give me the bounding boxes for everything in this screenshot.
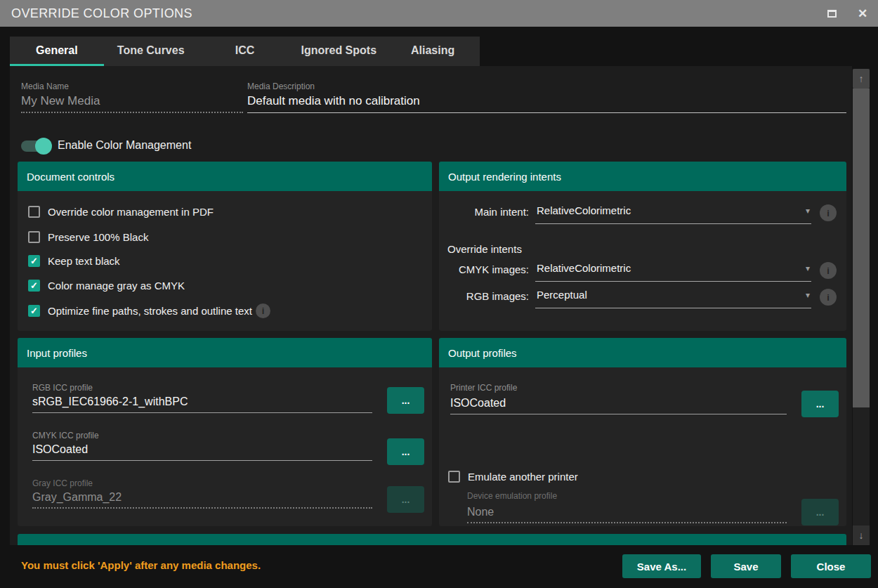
output-rendering-intents-header: Output rendering intents [439, 162, 846, 191]
output-profiles-body: Printer ICC profile ISOCoated ... Emulat… [439, 367, 846, 526]
document-controls-panel: Document controls Override color managem… [18, 162, 432, 331]
cmyk-icc-browse-button[interactable]: ... [387, 438, 424, 465]
override-intents-label: Override intents [447, 243, 522, 255]
enable-color-management-toggle[interactable] [21, 141, 51, 152]
rgb-images-dropdown[interactable]: Perceptual ▾ [535, 289, 811, 308]
printer-icc-profile-label: Printer ICC profile [450, 383, 517, 393]
toggle-knob-icon [35, 138, 52, 155]
chevron-down-icon: ▾ [806, 206, 810, 216]
rgb-images-value: Perceptual [535, 289, 587, 301]
cmyk-images-label: CMYK images: [447, 262, 535, 275]
rgb-icc-profile-value[interactable]: sRGB_IEC61966-2-1_withBPC [32, 396, 372, 413]
document-controls-header: Document controls [18, 162, 432, 191]
vertical-scrollbar[interactable]: ↑ ↓ [853, 69, 870, 545]
media-description-input[interactable]: Default media with no calibration [247, 94, 846, 113]
tab-bar: General Tone Curves ICC Ignored Spots Al… [10, 37, 480, 66]
next-section-header-clipped [18, 534, 846, 545]
main-intent-label: Main intent: [447, 204, 535, 218]
gray-icc-browse-button: ... [387, 486, 424, 513]
maximize-button[interactable] [816, 0, 847, 27]
apply-warning-text: You must click 'Apply' after any media c… [21, 559, 261, 571]
titlebar: OVERRIDE COLOR OPTIONS ✕ [0, 0, 878, 27]
device-emulation-browse-button: ... [801, 499, 839, 525]
info-icon[interactable]: i [820, 204, 837, 221]
tab-general[interactable]: General [10, 37, 104, 66]
media-description-label: Media Description [247, 81, 315, 91]
gray-icc-profile-value: Gray_Gamma_22 [32, 491, 372, 509]
media-name-label: Media Name [21, 81, 69, 91]
checkbox-preserve-100-black[interactable]: Preserve 100% Black [28, 229, 148, 244]
checkbox-unchecked-icon [448, 471, 460, 483]
tab-icc[interactable]: ICC [198, 37, 292, 66]
printer-icc-browse-button[interactable]: ... [801, 391, 839, 417]
rgb-images-row: RGB images: Perceptual ▾ i [447, 289, 837, 308]
close-window-button[interactable]: ✕ [847, 0, 878, 27]
printer-icc-profile-value[interactable]: ISOCoated [450, 397, 787, 414]
output-rendering-intents-panel: Output rendering intents Main intent: Re… [439, 162, 846, 331]
checkbox-unchecked-icon [28, 231, 40, 243]
checkbox-label: Keep text black [48, 255, 120, 267]
cmyk-images-row: CMYK images: RelativeColorimetric ▾ i [447, 262, 837, 282]
rgb-icc-profile-label: RGB ICC profile [32, 383, 93, 393]
window-title: OVERRIDE COLOR OPTIONS [0, 6, 192, 21]
media-name-input[interactable]: My New Media [21, 94, 243, 113]
close-icon: ✕ [858, 6, 867, 21]
checkbox-checked-icon: ✓ [28, 255, 40, 267]
tab-tone-curves[interactable]: Tone Curves [104, 37, 198, 66]
save-as-button[interactable]: Save As... [622, 554, 701, 578]
info-icon[interactable]: i [256, 303, 270, 318]
input-profiles-panel: Input profiles RGB ICC profile sRGB_IEC6… [18, 338, 432, 526]
output-profiles-panel: Output profiles Printer ICC profile ISOC… [439, 338, 846, 526]
gray-icc-profile-label: Gray ICC profile [32, 478, 93, 488]
input-profiles-body: RGB ICC profile sRGB_IEC61966-2-1_withBP… [18, 367, 432, 526]
document-controls-body: Override color management in PDF Preserv… [18, 191, 432, 331]
save-button[interactable]: Save [711, 554, 781, 578]
enable-color-management-label: Enable Color Management [58, 139, 191, 152]
input-profiles-header: Input profiles [18, 338, 432, 367]
main-intent-row: Main intent: RelativeColorimetric ▾ i [447, 204, 837, 224]
output-rendering-intents-body: Main intent: RelativeColorimetric ▾ i Ov… [439, 191, 846, 331]
main-intent-dropdown[interactable]: RelativeColorimetric ▾ [535, 204, 811, 224]
scroll-up-icon: ↑ [859, 73, 864, 84]
device-emulation-profile-label: Device emulation profile [467, 491, 557, 501]
close-button[interactable]: Close [791, 554, 871, 578]
checkbox-emulate-another-printer[interactable]: Emulate another printer [448, 469, 578, 484]
device-emulation-profile-value: None [467, 506, 787, 523]
window-controls: ✕ [816, 0, 878, 27]
checkbox-unchecked-icon [28, 206, 40, 218]
chevron-down-icon: ▾ [806, 263, 810, 273]
checkbox-label: Preserve 100% Black [48, 231, 148, 243]
scroll-down-icon: ↓ [859, 530, 864, 541]
scrollbar-thumb[interactable] [853, 89, 870, 407]
checkbox-override-color-management-pdf[interactable]: Override color management in PDF [28, 204, 214, 219]
override-color-options-dialog: OVERRIDE COLOR OPTIONS ✕ General Tone Cu… [0, 0, 878, 588]
checkbox-label: Emulate another printer [468, 471, 578, 483]
checkbox-label: Override color management in PDF [48, 206, 214, 218]
info-icon[interactable]: i [820, 289, 837, 306]
cmyk-images-value: RelativeColorimetric [535, 262, 631, 274]
tab-ignored-spots[interactable]: Ignored Spots [291, 37, 386, 66]
rgb-icc-browse-button[interactable]: ... [387, 387, 424, 414]
checkbox-checked-icon: ✓ [28, 280, 40, 292]
tab-aliasing[interactable]: Aliasing [386, 37, 480, 66]
scroll-down-button[interactable]: ↓ [853, 525, 870, 545]
output-profiles-header: Output profiles [439, 338, 846, 367]
info-icon[interactable]: i [820, 262, 837, 279]
cmyk-images-dropdown[interactable]: RelativeColorimetric ▾ [535, 262, 811, 282]
chevron-down-icon: ▾ [806, 290, 810, 300]
main-intent-value: RelativeColorimetric [535, 204, 631, 216]
checkbox-label: Color manage gray as CMYK [48, 280, 185, 292]
checkbox-checked-icon: ✓ [28, 305, 40, 317]
checkbox-optimize-fine-paths[interactable]: ✓ Optimize fine paths, strokes and outli… [28, 303, 270, 318]
dialog-content: Media Name My New Media Media Descriptio… [10, 66, 852, 545]
cmyk-icc-profile-label: CMYK ICC profile [32, 431, 99, 440]
scroll-up-button[interactable]: ↑ [853, 69, 870, 89]
checkbox-label: Optimize fine paths, strokes and outline… [48, 305, 252, 317]
rgb-images-label: RGB images: [447, 289, 535, 302]
checkbox-keep-text-black[interactable]: ✓ Keep text black [28, 253, 120, 268]
footer-bar: You must click 'Apply' after any media c… [0, 545, 878, 588]
cmyk-icc-profile-value[interactable]: ISOCoated [32, 443, 372, 461]
checkbox-color-manage-gray-cmyk[interactable]: ✓ Color manage gray as CMYK [28, 277, 185, 293]
maximize-icon [827, 10, 837, 18]
